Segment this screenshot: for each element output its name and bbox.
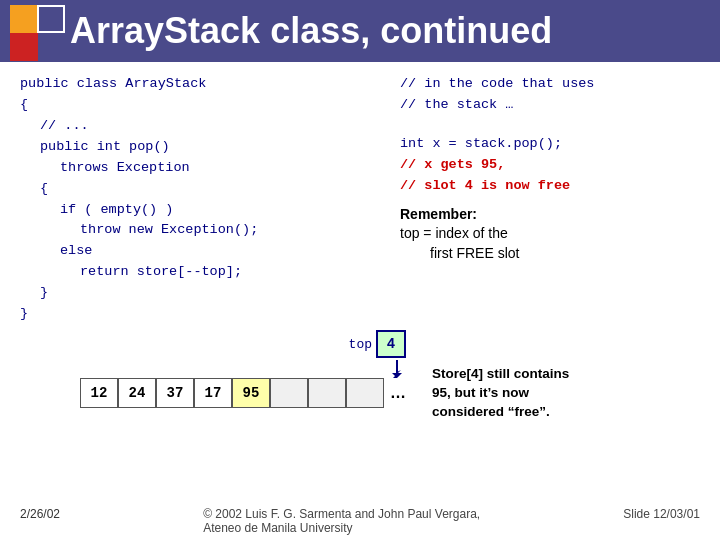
array-cell-6 — [308, 378, 346, 408]
array-ellipsis: … — [384, 384, 412, 402]
code-line-6: { — [20, 179, 380, 200]
annotation-panel: // in the code that uses // the stack … … — [400, 74, 700, 325]
remember-box: Remember: top = index of the first FREE … — [400, 205, 700, 264]
top-arrow — [384, 360, 402, 378]
code-line-12: } — [20, 304, 380, 325]
remember-line1: top = index of the — [400, 225, 508, 241]
logo — [10, 5, 65, 60]
logo-square-red — [10, 33, 38, 61]
array-cell-2: 37 — [156, 378, 194, 408]
code-line-10: return store[--top]; — [20, 262, 380, 283]
code-line-5: throws Exception — [20, 158, 380, 179]
array-cell-1: 24 — [118, 378, 156, 408]
code-line-11: } — [20, 283, 380, 304]
array-cell-3: 17 — [194, 378, 232, 408]
code-line-8: throw new Exception(); — [20, 220, 380, 241]
annotation-x-gets: // x gets 95, — [400, 155, 700, 176]
top-label: top — [349, 337, 372, 352]
remember-title: Remember: — [400, 206, 477, 222]
code-line-9: else — [20, 241, 380, 262]
logo-square-dark — [38, 33, 66, 61]
store-line2: 95, but it’s now — [432, 384, 569, 403]
footer-date: 2/26/02 — [20, 507, 60, 535]
array-cell-7 — [346, 378, 384, 408]
annotation-comment2: // the stack … — [400, 95, 700, 116]
store-note: Store[4] still contains 95, but it’s now… — [432, 365, 569, 422]
code-line-1: public class ArrayStack — [20, 74, 380, 95]
footer-slide: Slide 12/03/01 — [623, 507, 700, 535]
code-panel: public class ArrayStack { // ... public … — [20, 74, 380, 325]
array-cell-5 — [270, 378, 308, 408]
bottom-area: top 4 12 24 37 17 95 … — [0, 330, 720, 427]
logo-square-orange — [10, 5, 37, 33]
slide-title: ArrayStack class, continued — [70, 10, 552, 52]
slide-header: ArrayStack class, continued — [0, 0, 720, 62]
main-content: public class ArrayStack { // ... public … — [0, 62, 720, 330]
store-line1: Store[4] still contains — [432, 365, 569, 384]
top-value-box: 4 — [376, 330, 406, 358]
remember-line2: first FREE slot — [400, 245, 519, 261]
code-line-3: // ... — [20, 116, 380, 137]
code-line-2: { — [20, 95, 380, 116]
array-cell-0: 12 — [80, 378, 118, 408]
annotation-comment1: // in the code that uses — [400, 74, 700, 95]
code-block: public class ArrayStack { // ... public … — [20, 74, 380, 325]
footer-copyright: © 2002 Luis F. G. Sarmenta and John Paul… — [203, 507, 480, 535]
annotation-int-line: int x = stack.pop(); — [400, 134, 700, 155]
array-row: 12 24 37 17 95 … — [80, 378, 412, 408]
store-line3: considered “free”. — [432, 403, 569, 422]
annotation-slot-free: // slot 4 is now free — [400, 176, 700, 197]
array-section: top 4 12 24 37 17 95 … — [80, 330, 412, 408]
logo-square-blue — [37, 5, 65, 33]
footer: 2/26/02 © 2002 Luis F. G. Sarmenta and J… — [0, 507, 720, 535]
code-line-7: if ( empty() ) — [20, 200, 380, 221]
array-cell-4: 95 — [232, 378, 270, 408]
code-line-4: public int pop() — [20, 137, 380, 158]
